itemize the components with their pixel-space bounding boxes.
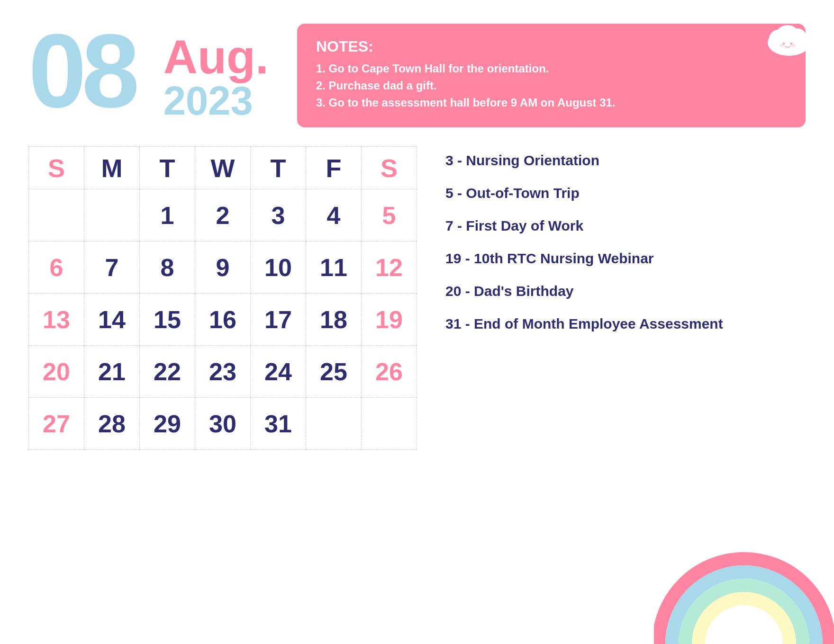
notes-list: 1. Go to Cape Town Hall for the orientat…: [316, 62, 787, 109]
header-thu: T: [251, 147, 306, 189]
header-tue: T: [140, 147, 195, 189]
year: 2023: [163, 80, 269, 121]
day-5: 5: [362, 189, 417, 242]
day-28: 28: [84, 398, 140, 450]
day-18: 18: [306, 294, 362, 346]
calendar-row-5: 27 28 29 30 31: [29, 398, 417, 450]
svg-point-7: [791, 44, 796, 47]
header: 08 Aug. 2023 NOTES: 1. Go to Cape Town H…: [0, 0, 834, 127]
calendar-row-3: 13 14 15 16 17 18 19: [29, 294, 417, 346]
calendar-row-2: 6 7 8 9 10 11 12: [29, 242, 417, 294]
day-empty: [362, 398, 417, 450]
day-23: 23: [195, 346, 251, 398]
day-31: 31: [251, 398, 306, 450]
day-24: 24: [251, 346, 306, 398]
rainbow-decoration: [654, 526, 834, 644]
month-name: Aug.: [163, 33, 269, 80]
day-22: 22: [140, 346, 195, 398]
cloud-decoration: [763, 19, 815, 57]
header-fri: F: [306, 147, 362, 189]
calendar-row-1: 1 2 3 4 5: [29, 189, 417, 242]
day-26: 26: [362, 346, 417, 398]
note-item-1: 1. Go to Cape Town Hall for the orientat…: [316, 62, 787, 75]
day-30: 30: [195, 398, 251, 450]
day-14: 14: [84, 294, 140, 346]
svg-point-3: [776, 25, 799, 46]
month-year: Aug. 2023: [163, 19, 269, 121]
day-6: 6: [29, 242, 84, 294]
day-11: 11: [306, 242, 362, 294]
event-3: 7 - First Day of Work: [445, 216, 806, 235]
notes-title: NOTES:: [316, 38, 787, 55]
day-empty: [29, 189, 84, 242]
day-15: 15: [140, 294, 195, 346]
day-25: 25: [306, 346, 362, 398]
svg-point-6: [780, 44, 784, 47]
day-13: 13: [29, 294, 84, 346]
calendar-header-row: S M T W T F S: [29, 147, 417, 189]
calendar-section: S M T W T F S 1 2 3 4 5: [0, 132, 834, 450]
day-9: 9: [195, 242, 251, 294]
day-empty: [84, 189, 140, 242]
day-27: 27: [29, 398, 84, 450]
note-item-3: 3. Go to the assessment hall before 9 AM…: [316, 96, 787, 109]
day-7: 7: [84, 242, 140, 294]
day-29: 29: [140, 398, 195, 450]
event-2: 5 - Out-of-Town Trip: [445, 184, 806, 202]
day-12: 12: [362, 242, 417, 294]
event-6: 31 - End of Month Employee Assessment: [445, 314, 806, 333]
day-1: 1: [140, 189, 195, 242]
calendar-row-4: 20 21 22 23 24 25 26: [29, 346, 417, 398]
day-10: 10: [251, 242, 306, 294]
day-16: 16: [195, 294, 251, 346]
day-3: 3: [251, 189, 306, 242]
day-17: 17: [251, 294, 306, 346]
header-sat: S: [362, 147, 417, 189]
note-item-2: 2. Purchase dad a gift.: [316, 79, 787, 92]
day-19: 19: [362, 294, 417, 346]
event-1: 3 - Nursing Orientation: [445, 151, 806, 170]
events-sidebar: 3 - Nursing Orientation 5 - Out-of-Town …: [445, 146, 806, 450]
notes-box: NOTES: 1. Go to Cape Town Hall for the o…: [297, 24, 806, 127]
day-empty: [306, 398, 362, 450]
day-4: 4: [306, 189, 362, 242]
day-8: 8: [140, 242, 195, 294]
month-number: 08: [28, 19, 135, 123]
event-5: 20 - Dad's Birthday: [445, 282, 806, 300]
header-sun: S: [29, 147, 84, 189]
header-mon: M: [84, 147, 140, 189]
day-2: 2: [195, 189, 251, 242]
calendar-table: S M T W T F S 1 2 3 4 5: [28, 146, 417, 450]
day-21: 21: [84, 346, 140, 398]
calendar-grid: S M T W T F S 1 2 3 4 5: [28, 146, 417, 450]
header-wed: W: [195, 147, 251, 189]
day-20: 20: [29, 346, 84, 398]
event-4: 19 - 10th RTC Nursing Webinar: [445, 249, 806, 268]
